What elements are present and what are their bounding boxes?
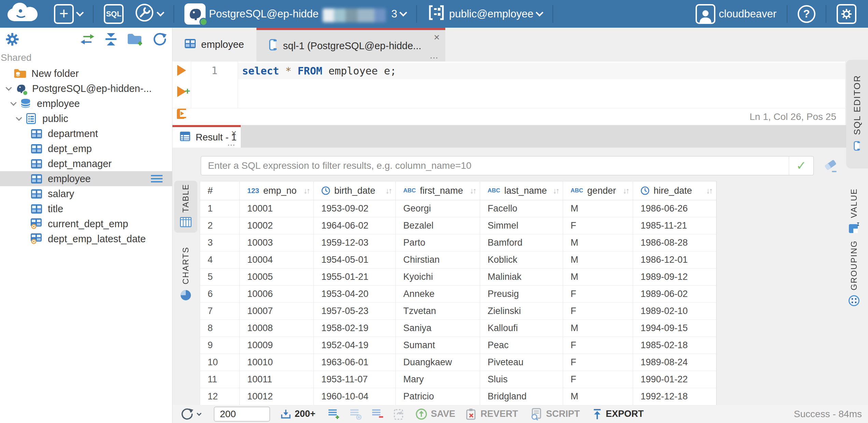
tab-result-1[interactable]: Result - 1 × … [172, 125, 241, 148]
grid-cell[interactable]: M [563, 320, 633, 337]
script-button[interactable]: SCRIPT [530, 408, 580, 420]
grid-cell[interactable]: 1955-01-21 [314, 269, 396, 286]
driver-tools-button[interactable] [129, 3, 169, 25]
apply-filter-icon[interactable]: ✓ [789, 156, 813, 175]
open-sql-editor-button[interactable]: SQL [98, 4, 129, 24]
tree-item-table[interactable]: dept_manager [0, 156, 172, 171]
grid-cell[interactable]: Bamford [480, 234, 563, 251]
expand-chevron-icon[interactable] [13, 118, 25, 120]
grid-cell[interactable]: M [563, 388, 633, 405]
tree-item-view[interactable]: dept_emp_latest_date [0, 231, 172, 246]
grid-cell[interactable]: Peac [480, 337, 563, 354]
grid-cell[interactable]: 1986-12-01 [633, 251, 716, 269]
tree-item-table-selected[interactable]: employee [0, 171, 172, 186]
sort-icon[interactable]: ↓↑ [553, 186, 559, 195]
grid-cell[interactable]: 1986-08-28 [633, 234, 716, 251]
code-area[interactable]: select * FROM employee e; [238, 62, 845, 108]
tab-menu-icon[interactable]: … [430, 50, 439, 61]
item-menu-icon[interactable] [151, 175, 163, 184]
delete-row-button[interactable] [372, 409, 384, 420]
grid-cell[interactable]: Preusig [480, 286, 563, 303]
grid-cell[interactable]: 10001 [240, 200, 314, 217]
grid-cell[interactable]: 1957-05-23 [314, 303, 396, 320]
execute-query-icon[interactable] [177, 65, 186, 76]
column-header-last_name[interactable]: ABClast_name↓↑ [480, 181, 563, 200]
tab-menu-icon[interactable]: … [227, 138, 236, 148]
add-row-button[interactable] [328, 409, 340, 420]
grid-cell[interactable]: Saniya [396, 320, 480, 337]
tree-item-table[interactable]: department [0, 126, 172, 141]
tab-sql-editor[interactable]: sql-1 (PostgreSQL@ep-hidde... × … [256, 28, 445, 62]
grid-cell[interactable]: 1989-02-10 [633, 303, 716, 320]
grid-cell[interactable]: M [563, 251, 633, 269]
grid-cell[interactable]: Bridgland [480, 388, 563, 405]
grid-cell[interactable]: 1986-06-26 [633, 200, 716, 217]
grid-cell[interactable]: F [563, 217, 633, 234]
expand-chevron-icon[interactable] [3, 87, 14, 90]
grid-cell[interactable]: Sluis [480, 371, 563, 388]
help-button[interactable]: ? [792, 5, 821, 23]
grid-cell[interactable]: 1954-05-01 [314, 251, 396, 269]
expand-chevron-icon[interactable] [8, 103, 19, 105]
column-header-first_name[interactable]: ABCfirst_name↓↑ [396, 181, 480, 200]
tab-grouping-panel[interactable]: GROUPING [843, 237, 865, 312]
sort-icon[interactable]: ↓↑ [304, 186, 309, 195]
revert-button[interactable]: REVERT [465, 408, 518, 420]
column-header-gender[interactable]: ABCgender↓↑ [563, 181, 633, 200]
refresh-results-button[interactable] [180, 407, 201, 421]
grid-cell[interactable]: 1989-08-24 [633, 354, 716, 371]
schema-selector[interactable]: public@employee [422, 3, 548, 24]
grid-cell[interactable]: 10008 [240, 320, 314, 337]
sort-icon[interactable]: ↓↑ [706, 186, 712, 195]
grid-cell[interactable]: Parto [396, 234, 480, 251]
grid-cell[interactable]: 1953-11-07 [314, 371, 396, 388]
tree-item-table[interactable]: dept_emp [0, 141, 172, 156]
fetch-size-input[interactable] [214, 407, 270, 422]
grid-cell[interactable]: Tzvetan [396, 303, 480, 320]
grid-cell[interactable]: 10009 [240, 337, 314, 354]
grid-cell[interactable]: 10005 [240, 269, 314, 286]
collapse-all-icon[interactable] [104, 32, 118, 46]
grid-cell[interactable]: Maliniak [480, 269, 563, 286]
grid-cell[interactable]: F [563, 286, 633, 303]
grid-cell[interactable]: Chirstian [396, 251, 480, 269]
grid-cell[interactable]: 1964-06-02 [314, 217, 396, 234]
grid-cell[interactable]: 1989-06-02 [633, 286, 716, 303]
grid-cell[interactable]: 10004 [240, 251, 314, 269]
execute-script-icon[interactable] [176, 107, 187, 123]
grid-cell[interactable]: 1959-12-03 [314, 234, 396, 251]
eraser-icon[interactable] [823, 158, 839, 176]
tree-item-connection[interactable]: PostgreSQL@ep-hidden-... [0, 81, 172, 96]
column-header-birth_date[interactable]: birth_date↓↑ [314, 181, 396, 200]
refresh-icon[interactable] [152, 32, 167, 47]
grid-cell[interactable]: 1958-02-19 [314, 320, 396, 337]
tree-item-table[interactable]: salary [0, 186, 172, 201]
grid-cell[interactable]: Patricio [396, 388, 480, 405]
grid-cell[interactable]: 1953-04-20 [314, 286, 396, 303]
tree-item-database[interactable]: employee [0, 96, 172, 111]
grid-cell[interactable]: 1989-09-12 [633, 269, 716, 286]
grid-cell[interactable]: Bezalel [396, 217, 480, 234]
grid-cell[interactable]: Duangkaew [396, 354, 480, 371]
grid-cell[interactable]: 10011 [240, 371, 314, 388]
grid-cell[interactable]: 1953-09-02 [314, 200, 396, 217]
grid-cell[interactable]: M [563, 200, 633, 217]
grid-cell[interactable]: F [563, 303, 633, 320]
filter-input[interactable] [201, 156, 789, 175]
grid-cell[interactable]: F [563, 354, 633, 371]
grid-cell[interactable]: Mary [396, 371, 480, 388]
grid-cell[interactable]: Facello [480, 200, 563, 217]
grid-cell[interactable]: F [563, 371, 633, 388]
grid-cell[interactable]: 10007 [240, 303, 314, 320]
user-menu[interactable]: cloudbeaver [690, 4, 782, 24]
grid-cell[interactable]: 1952-04-19 [314, 337, 396, 354]
duplicate-row-button[interactable] [350, 409, 362, 420]
column-header-emp_no[interactable]: 123emp_no↓↑ [240, 181, 314, 200]
fetch-more-button[interactable]: 200+ [280, 409, 316, 419]
grid-cell[interactable]: Georgi [396, 200, 480, 217]
export-button[interactable]: EXPORT [592, 408, 644, 420]
grid-cell[interactable]: 10003 [240, 234, 314, 251]
sync-connection-icon[interactable] [80, 32, 95, 46]
tree-item-schema[interactable]: public [0, 111, 172, 126]
grid-cell[interactable]: Kalloufi [480, 320, 563, 337]
